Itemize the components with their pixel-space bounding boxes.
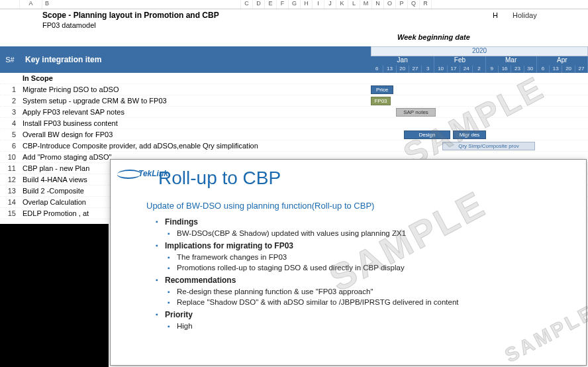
- row-number: 1: [0, 85, 20, 93]
- gantt-bar[interactable]: Migr des: [453, 131, 486, 139]
- day-cell: 6: [537, 66, 550, 73]
- task-text: Install FP03 business content: [20, 119, 371, 127]
- col-B[interactable]: B: [42, 0, 241, 9]
- col-G[interactable]: G: [289, 0, 301, 9]
- row-number: 2: [0, 97, 20, 105]
- gantt-cell: DesignMigr des: [371, 129, 588, 140]
- section-heading: Priority: [156, 310, 574, 319]
- day-cell: 2: [473, 66, 485, 73]
- row-number: 13: [0, 187, 20, 195]
- col-I[interactable]: I: [313, 0, 324, 9]
- section-item: BW-DSOs(CBP & Shadow) updated with value…: [168, 229, 574, 237]
- gantt-cell: FP03: [371, 95, 588, 107]
- black-sidebar: [0, 224, 109, 367]
- col-P[interactable]: P: [396, 0, 408, 9]
- gantt-cell: [371, 118, 588, 129]
- row-number: 15: [0, 209, 20, 217]
- section-item: High: [168, 322, 574, 330]
- section-heading: Implications for migrating to FP03: [156, 241, 574, 250]
- day-cell: 27: [575, 66, 588, 73]
- slide-overlay[interactable]: TekLink Roll-up to CBP Update of BW-DSO …: [110, 159, 587, 366]
- task-row[interactable]: 1Migrate Pricing DSO to aDSOPrice: [0, 84, 588, 95]
- col-Q[interactable]: Q: [408, 0, 420, 9]
- col-L[interactable]: L: [348, 0, 360, 9]
- day-cell: 17: [448, 66, 460, 73]
- column-letter-row: ABCDEFGHIJKLMNOPQR: [0, 0, 588, 9]
- row-number: 3: [0, 108, 20, 116]
- row-number: 4: [0, 119, 20, 127]
- day-cell: 27: [409, 66, 422, 73]
- slide-subhead: Update of BW-DSO using planning function…: [146, 201, 574, 211]
- gantt-bar[interactable]: FP03: [371, 97, 391, 105]
- gantt-bar[interactable]: SAP notes: [396, 108, 436, 117]
- day-cell: 10: [434, 66, 447, 73]
- in-scope-label: In Scope: [20, 74, 371, 82]
- gantt-bar[interactable]: Qry Simp/Composite prov: [442, 142, 535, 150]
- task-text: Apply FP03 relevant SAP notes: [20, 108, 371, 116]
- timeline-header: 2020 JanFebMarApr 6132027310172429162330…: [371, 46, 588, 73]
- day-cell: 30: [524, 66, 537, 73]
- col-D[interactable]: D: [253, 0, 265, 9]
- holiday-label: Holiday: [513, 11, 565, 19]
- gantt-cell: SAP notes: [371, 107, 588, 118]
- gantt-bar[interactable]: Price: [371, 85, 393, 94]
- task-row[interactable]: 3Apply FP03 relevant SAP notesSAP notes: [0, 107, 588, 118]
- col-K[interactable]: K: [336, 0, 348, 9]
- section-heading: Findings: [156, 217, 574, 227]
- task-row[interactable]: 2System setup - upgrade CRM & BW to FP03…: [0, 95, 588, 107]
- day-cell: 20: [562, 66, 575, 73]
- col-C[interactable]: C: [241, 0, 253, 9]
- col-R[interactable]: R: [420, 0, 432, 9]
- row-number: 12: [0, 176, 20, 184]
- task-row[interactable]: 6CBP-Introduce Composite provider, add a…: [0, 140, 588, 152]
- task-text: CBP-Introduce Composite provider, add aD…: [20, 142, 371, 150]
- col-F[interactable]: F: [277, 0, 289, 9]
- col-M[interactable]: M: [360, 0, 372, 9]
- row-number: 6: [0, 142, 20, 150]
- row-number: 5: [0, 131, 20, 138]
- day-cell: 16: [499, 66, 511, 73]
- section-heading: Recommendations: [156, 276, 574, 285]
- sheet-subtitle: FP03 datamodel: [0, 21, 588, 32]
- day-cell: 3: [422, 66, 434, 73]
- task-text: Overall BW design for FP03: [20, 131, 371, 138]
- day-cell: 6: [371, 66, 383, 73]
- day-cell: 13: [550, 66, 562, 73]
- col-A[interactable]: A: [20, 0, 42, 9]
- title-row: Scope - Planning layout in Promotion and…: [0, 9, 588, 21]
- gantt-bar[interactable]: Design: [404, 131, 450, 139]
- task-text: System setup - upgrade CRM & BW to FP03: [20, 97, 371, 105]
- week-beginning-label: Week beginning date: [397, 33, 470, 41]
- day-cell: 9: [486, 66, 499, 73]
- year-cell: 2020: [371, 46, 588, 56]
- header-band: S# Key integration item 2020 JanFebMarAp…: [0, 46, 588, 73]
- task-row[interactable]: 4Install FP03 business content: [0, 118, 588, 129]
- holiday-key: H: [493, 11, 513, 19]
- day-cell: 20: [397, 66, 409, 73]
- task-row[interactable]: 5Overall BW design for FP03DesignMigr de…: [0, 129, 588, 140]
- col-E[interactable]: E: [265, 0, 277, 9]
- month-Mar: Mar: [486, 56, 537, 65]
- month-Feb: Feb: [434, 56, 485, 65]
- slide-title: Roll-up to CBP: [158, 168, 574, 189]
- sheet-title: Scope - Planning layout in Promotion and…: [42, 11, 320, 20]
- task-text: Migrate Pricing DSO to aDSO: [20, 85, 371, 93]
- section-item: Promotions rolled-up to staging DSO & us…: [168, 264, 574, 272]
- gantt-cell: Qry Simp/Composite prov: [371, 140, 588, 152]
- col-N[interactable]: N: [372, 0, 384, 9]
- teklink-logo: TekLink: [117, 169, 168, 179]
- section-item: Replace "Shadow DSO" & with aDSO similar…: [168, 298, 574, 306]
- slide-bullets: FindingsBW-DSOs(CBP & Shadow) updated wi…: [156, 217, 574, 330]
- in-scope-row: In Scope: [0, 73, 588, 84]
- col-J[interactable]: J: [324, 0, 336, 9]
- col-corner[interactable]: [0, 0, 20, 9]
- key-integration-header: Key integration item: [20, 46, 371, 73]
- row-number: 14: [0, 198, 20, 206]
- gantt-cell: Price: [371, 84, 588, 95]
- col-O[interactable]: O: [384, 0, 396, 9]
- section-item: The framework changes in FP03: [168, 253, 574, 261]
- row-number: 10: [0, 153, 20, 161]
- row-number: 11: [0, 164, 20, 172]
- month-Jan: Jan: [371, 56, 434, 65]
- col-H[interactable]: H: [301, 0, 313, 9]
